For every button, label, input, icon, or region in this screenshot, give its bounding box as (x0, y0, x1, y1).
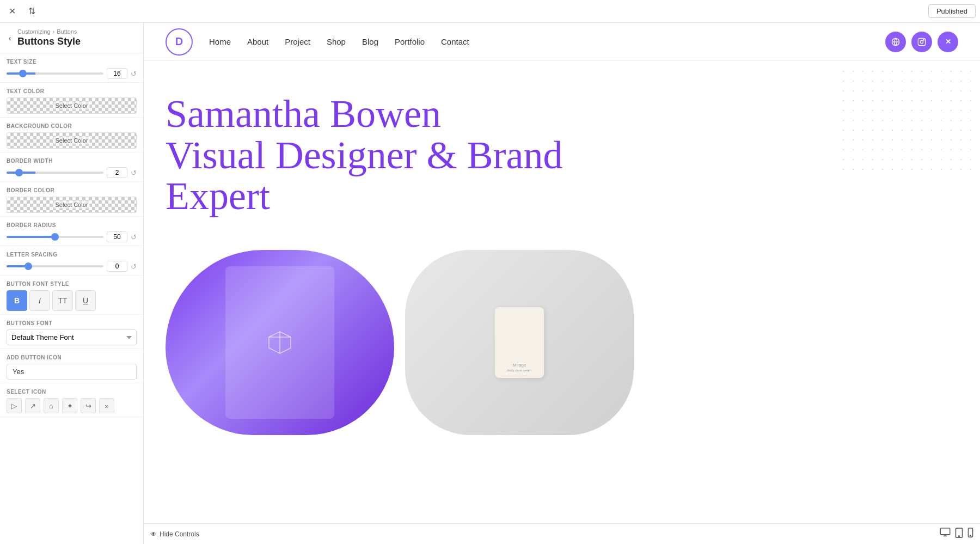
preview-image-left (166, 250, 394, 435)
product-box (225, 266, 334, 419)
published-button[interactable]: Published (928, 4, 976, 18)
icon-row: ▷ ↗ ⌂ ✦ ↪ » (7, 398, 137, 413)
bottom-bar: 👁 Hide Controls (144, 523, 980, 544)
back-button[interactable]: ‹ (4, 33, 15, 44)
text-color-picker[interactable]: Select Color (7, 97, 137, 114)
icon-thumb-6[interactable]: » (99, 398, 114, 413)
border-radius-slider[interactable] (7, 236, 103, 238)
nav-shop[interactable]: Shop (327, 37, 346, 46)
background-color-select-label: Select Color (53, 137, 90, 144)
letter-spacing-number[interactable] (107, 261, 127, 272)
font-style-row: B I TT U (7, 290, 137, 311)
preview-area: D Home About Project Shop Blog Portfolio… (144, 23, 980, 523)
text-color-section: TEXT COLOR Select Color (0, 83, 143, 118)
text-size-reset[interactable]: ↺ (131, 70, 137, 78)
select-icon-section: SELECT ICON ▷ ↗ ⌂ ✦ ↪ » (0, 383, 143, 417)
text-color-select-label: Select Color (53, 102, 90, 109)
preview-image-right: Miragebody care cream (405, 250, 634, 435)
buttons-font-label: BUTTONS FONT (7, 320, 137, 326)
site-nav-icons: ✕ (885, 32, 958, 52)
icon-thumb-3[interactable]: ⌂ (44, 398, 59, 413)
border-color-label: BORDER COLOR (7, 187, 137, 193)
border-width-section: BORDER WIDTH ↺ (0, 152, 143, 182)
select-icon-label: SELECT ICON (7, 389, 137, 395)
background-color-picker[interactable]: Select Color (7, 132, 137, 149)
svg-point-12 (959, 536, 960, 537)
letter-spacing-section: LETTER SPACING ↺ (0, 246, 143, 276)
mobile-icon[interactable] (967, 528, 973, 540)
letter-spacing-row: ↺ (7, 261, 137, 272)
border-width-slider[interactable] (7, 172, 103, 174)
background-color-label: BACKGROUND COLOR (7, 123, 137, 129)
sidebar: ‹ Customizing › Buttons Buttons Style TE… (0, 23, 144, 544)
border-color-picker[interactable]: Select Color (7, 197, 137, 213)
close-icon[interactable]: ✕ (4, 4, 20, 19)
nav-portfolio[interactable]: Portfolio (395, 37, 425, 46)
top-bar: ✕ ⇅ Published (0, 0, 980, 23)
social-icon-x[interactable]: ✕ (938, 32, 958, 52)
border-radius-reset[interactable]: ↺ (131, 233, 137, 241)
border-color-section: BORDER COLOR Select Color (0, 182, 143, 217)
hide-controls[interactable]: 👁 Hide Controls (150, 530, 199, 538)
svg-rect-2 (918, 38, 925, 45)
candle-product: Miragebody care cream (495, 307, 544, 378)
text-color-label: TEXT COLOR (7, 88, 137, 94)
site-nav: D Home About Project Shop Blog Portfolio… (144, 23, 980, 61)
border-color-select-label: Select Color (53, 201, 90, 209)
icon-thumb-5[interactable]: ↪ (81, 398, 96, 413)
text-size-number[interactable] (107, 68, 127, 79)
button-font-style-section: BUTTON FONT STYLE B I TT U (0, 276, 143, 315)
letter-spacing-label: LETTER SPACING (7, 252, 137, 258)
add-button-icon-label: ADD BUTTON ICON (7, 354, 137, 360)
border-radius-number[interactable] (107, 231, 127, 242)
border-width-number[interactable] (107, 167, 127, 178)
icon-thumb-4[interactable]: ✦ (62, 398, 77, 413)
hero-line3: Expert (166, 174, 270, 218)
add-button-icon-value[interactable]: Yes (7, 364, 137, 380)
text-color-swatch: Select Color (7, 98, 136, 113)
nav-home[interactable]: Home (209, 37, 231, 46)
breadcrumb: Customizing › Buttons (17, 28, 137, 35)
text-size-label: TEXT SIZE (7, 59, 137, 65)
preview-images: Miragebody care cream (144, 250, 980, 435)
background-color-section: BACKGROUND COLOR Select Color (0, 118, 143, 152)
eye-icon: 👁 (150, 530, 157, 538)
border-color-swatch: Select Color (7, 197, 136, 212)
border-width-reset[interactable]: ↺ (131, 169, 137, 177)
font-underline-button[interactable]: U (75, 290, 96, 311)
swap-icon[interactable]: ⇅ (24, 4, 39, 19)
text-size-slider[interactable] (7, 72, 103, 75)
hero-line1: Samantha Bowen (166, 92, 441, 136)
border-radius-section: BORDER RADIUS ↺ (0, 217, 143, 246)
desktop-icon[interactable] (940, 528, 951, 540)
nav-blog[interactable]: Blog (362, 37, 378, 46)
nav-contact[interactable]: Contact (441, 37, 469, 46)
svg-point-14 (970, 535, 971, 536)
social-icon-instagram[interactable] (911, 32, 932, 52)
device-icons (940, 528, 973, 540)
nav-about[interactable]: About (247, 37, 268, 46)
buttons-font-section: BUTTONS FONT Default Theme Font Arial Ge… (0, 315, 143, 349)
breadcrumb-sep: › (53, 28, 55, 35)
icon-thumb-2[interactable]: ↗ (25, 398, 40, 413)
sidebar-header: ‹ Customizing › Buttons Buttons Style (0, 23, 143, 53)
button-font-style-label: BUTTON FONT STYLE (7, 281, 137, 287)
svg-point-4 (923, 39, 924, 40)
site-logo: D (166, 28, 193, 56)
text-size-section: TEXT SIZE ↺ (0, 53, 143, 83)
font-bold-button[interactable]: B (7, 290, 27, 311)
nav-project[interactable]: Project (285, 37, 310, 46)
icon-thumb-1[interactable]: ▷ (7, 398, 22, 413)
font-italic-button[interactable]: I (29, 290, 50, 311)
dot-pattern (838, 66, 980, 175)
hero-line2: Visual Designer & Brand (166, 133, 563, 177)
breadcrumb-child: Buttons (57, 28, 77, 35)
buttons-font-dropdown[interactable]: Default Theme Font Arial Georgia Helveti… (7, 329, 137, 345)
svg-rect-8 (940, 528, 950, 535)
font-uppercase-button[interactable]: TT (52, 290, 73, 311)
letter-spacing-reset[interactable]: ↺ (131, 262, 137, 271)
tablet-icon[interactable] (955, 528, 963, 540)
social-icon-web[interactable] (885, 32, 906, 52)
letter-spacing-slider[interactable] (7, 265, 103, 267)
border-width-row: ↺ (7, 167, 137, 178)
